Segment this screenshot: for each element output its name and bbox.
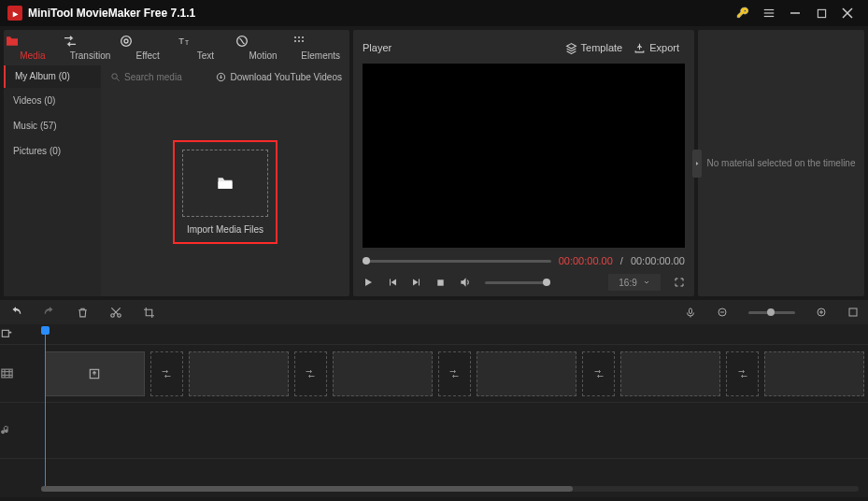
search-icon [110, 72, 121, 82]
mic-icon[interactable] [685, 307, 696, 319]
tab-label: Text [197, 50, 214, 61]
tab-label: Elements [301, 50, 340, 61]
elements-icon [292, 34, 349, 49]
svg-rect-32 [849, 308, 857, 316]
video-track[interactable] [41, 346, 868, 402]
zoom-out-button[interactable] [717, 307, 728, 318]
app-title: MiniTool MovieMaker Free 7.1.1 [28, 7, 730, 20]
svg-point-9 [124, 39, 128, 43]
export-icon [633, 42, 646, 54]
transition-slot[interactable] [438, 351, 472, 396]
stop-button[interactable] [435, 278, 446, 288]
clip-slot[interactable] [477, 351, 576, 396]
menu-icon[interactable] [756, 1, 782, 25]
next-button[interactable] [411, 277, 422, 288]
svg-text:T: T [185, 39, 189, 46]
transition-slot[interactable] [582, 351, 616, 396]
media-panel: Media Transition Effect TT Text Motion E… [4, 30, 349, 296]
tab-elements[interactable]: Elements [292, 34, 349, 61]
zoom-slider[interactable] [748, 311, 795, 314]
clip-slot[interactable] [333, 351, 433, 396]
tab-transition[interactable]: Transition [62, 34, 120, 61]
tab-label: Transition [70, 50, 111, 61]
clip-slot[interactable] [764, 351, 864, 396]
time-duration: 00:00:00.00 [631, 255, 685, 266]
template-label: Template [581, 42, 623, 53]
clip-slot[interactable] [620, 351, 720, 396]
timeline-scrollbar[interactable] [41, 486, 859, 492]
album-tab[interactable]: My Album (0) [4, 65, 101, 88]
chevron-down-icon [643, 279, 650, 286]
minimize-button[interactable] [782, 1, 808, 25]
tab-effect[interactable]: Effect [119, 34, 177, 61]
svg-point-14 [298, 36, 300, 38]
svg-point-13 [294, 36, 296, 38]
redo-button[interactable] [43, 306, 56, 319]
svg-rect-22 [219, 181, 233, 189]
svg-line-20 [117, 78, 120, 80]
import-label: Import Media Files [182, 224, 268, 235]
tab-media[interactable]: Media [4, 34, 62, 61]
undo-button[interactable] [9, 306, 22, 319]
svg-rect-26 [690, 308, 692, 314]
time-sep: / [620, 255, 623, 266]
timeline-toolbar [0, 300, 868, 324]
timeline [0, 324, 868, 497]
text-icon: TT [177, 34, 235, 49]
main-tabs: Media Transition Effect TT Text Motion E… [4, 30, 349, 65]
sidelist-videos[interactable]: Videos (0) [4, 88, 101, 113]
transition-slot[interactable] [294, 351, 328, 396]
svg-rect-34 [2, 369, 12, 378]
seek-bar[interactable] [363, 260, 551, 263]
svg-point-18 [302, 40, 304, 42]
tab-motion[interactable]: Motion [235, 34, 292, 61]
sidelist-pictures[interactable]: Pictures (0) [4, 138, 101, 164]
cut-button[interactable] [109, 306, 122, 319]
tab-label: Motion [249, 50, 277, 61]
import-media-button[interactable] [182, 150, 268, 217]
import-highlight: Import Media Files [173, 140, 277, 244]
crop-button[interactable] [143, 307, 155, 319]
volume-slider[interactable] [485, 281, 550, 284]
collapse-properties-button[interactable] [692, 150, 702, 178]
playhead[interactable] [45, 328, 46, 487]
video-preview[interactable] [363, 64, 685, 248]
svg-text:T: T [178, 36, 184, 46]
template-button[interactable]: Template [560, 42, 629, 54]
app-logo: ▸ [7, 6, 22, 21]
tab-label: Effect [135, 50, 159, 61]
transition-slot[interactable] [150, 351, 184, 396]
key-icon[interactable] [730, 1, 756, 25]
folder-icon [215, 174, 235, 193]
clip-slot[interactable] [189, 351, 289, 396]
maximize-button[interactable] [808, 1, 834, 25]
svg-rect-23 [437, 279, 443, 285]
svg-point-17 [298, 40, 300, 42]
properties-panel: No material selected on the timeline [698, 30, 864, 296]
sidelist-music[interactable]: Music (57) [4, 113, 101, 138]
media-sidelist: Videos (0) Music (57) Pictures (0) [4, 88, 101, 296]
delete-button[interactable] [77, 307, 89, 319]
download-youtube-button[interactable]: Download YouTube Videos [208, 72, 349, 82]
player-title: Player [363, 42, 560, 53]
transition-icon [62, 34, 120, 49]
svg-point-8 [121, 36, 132, 47]
volume-button[interactable] [459, 276, 472, 289]
play-button[interactable] [363, 277, 374, 288]
svg-point-15 [302, 36, 304, 38]
prev-button[interactable] [387, 277, 398, 288]
add-track-button[interactable] [0, 328, 41, 341]
aspect-ratio-select[interactable]: 16:9 [608, 274, 661, 291]
fullscreen-button[interactable] [674, 277, 685, 288]
transition-slot[interactable] [726, 351, 760, 396]
clip-slot[interactable] [45, 351, 145, 396]
tab-text[interactable]: TT Text [177, 34, 235, 61]
folder-icon [4, 34, 62, 49]
zoom-in-button[interactable] [816, 307, 827, 318]
download-label: Download YouTube Videos [230, 72, 342, 82]
fit-button[interactable] [847, 307, 859, 318]
time-current: 00:00:00.00 [559, 255, 613, 266]
close-button[interactable] [834, 1, 861, 25]
search-input[interactable]: Search media [101, 72, 208, 82]
export-button[interactable]: Export [628, 42, 685, 54]
